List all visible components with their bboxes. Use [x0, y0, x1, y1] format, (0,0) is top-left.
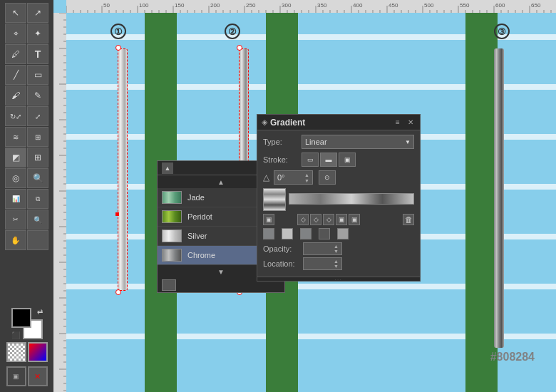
stroke-btn-1[interactable]: ▭ — [302, 153, 319, 167]
opacity-up[interactable]: ▲ — [334, 244, 339, 249]
opacity-input[interactable]: ▲ ▼ — [303, 242, 342, 255]
svg-text:50: 50 — [103, 2, 110, 9]
color-stop-1[interactable] — [263, 228, 274, 239]
gradient-type-select[interactable]: Linear ▼ — [302, 135, 414, 149]
color-swatch-area: ⇄ ⬛ ▣ ✕ — [0, 308, 53, 386]
tool-chart[interactable]: 📊 — [5, 189, 26, 209]
bar-handle-mid-1[interactable] — [115, 212, 119, 216]
stroke-label: Stroke: — [263, 155, 299, 164]
location-up[interactable]: ▲ — [334, 259, 339, 264]
tool-line[interactable]: ╱ — [5, 65, 26, 85]
bar-object-1[interactable] — [118, 48, 128, 291]
type-label: Type: — [263, 138, 299, 146]
stop-handle-1[interactable]: ▣ — [263, 214, 274, 225]
tool-pencil[interactable]: ✎ — [27, 86, 48, 105]
foreground-color-swatch[interactable] — [11, 308, 31, 328]
color-stop-3[interactable] — [300, 228, 312, 239]
dialog-resize-bar[interactable]: ··· — [257, 277, 420, 281]
tool-mesh[interactable]: ⊞ — [27, 148, 48, 167]
stop-handle-3[interactable]: ◇ — [310, 214, 321, 225]
bar-handle-top-2[interactable] — [237, 45, 242, 51]
stroke-btn-2[interactable]: ▬ — [320, 153, 337, 167]
none-swatch[interactable] — [6, 342, 26, 362]
svg-text:300: 300 — [282, 2, 292, 9]
location-input[interactable]: ▲ ▼ — [303, 257, 342, 270]
svg-text:650: 650 — [531, 2, 541, 9]
delete-stop-btn[interactable]: 🗑 — [403, 214, 414, 225]
location-row: Location: ▲ ▼ — [263, 257, 414, 270]
tool-lasso[interactable]: ⌖ — [5, 24, 26, 43]
svg-text:100: 100 — [139, 2, 149, 9]
tool-paintbrush[interactable]: 🖌 — [5, 86, 26, 105]
toolbar: ↖ ↗ ⌖ ✦ 🖊 T ╱ ▭ 🖌 ✎ ↻⤢ ⤢ ≋ ⊞ ◩ ⊞ ◎ 🔍 📊 ⧉… — [0, 0, 53, 392]
color-stop-5[interactable] — [337, 228, 349, 239]
svg-text:200: 200 — [210, 2, 220, 9]
swatch-add-btn[interactable] — [162, 279, 176, 291]
angle-down[interactable]: ▼ — [304, 178, 309, 183]
tool-gradient-fill[interactable]: ◩ — [5, 148, 26, 167]
gradient-dialog-title: Gradient — [270, 118, 390, 128]
stop-handle-5[interactable]: ▣ — [336, 214, 347, 225]
tool-eyedropper[interactable]: 🔍 — [27, 168, 48, 188]
tool-slice[interactable]: ✂ — [5, 210, 26, 229]
stop-handle-6[interactable]: ▣ — [349, 214, 360, 225]
swatch-panel-scroll-up[interactable]: ▲ — [162, 163, 173, 174]
tool-direct-select[interactable]: ↗ — [27, 3, 48, 23]
stroke-btn-3[interactable]: ▣ — [339, 153, 356, 167]
tool-rotate[interactable]: ↻⤢ — [5, 106, 26, 126]
opacity-stepper[interactable]: ▲ ▼ — [334, 244, 339, 254]
green-band-3 — [465, 13, 498, 392]
tool-hand[interactable]: ✋ — [5, 230, 26, 250]
angle-up[interactable]: ▲ — [304, 172, 309, 177]
tool-arrow-select[interactable]: ↖ — [5, 3, 26, 23]
svg-text:400: 400 — [353, 2, 363, 9]
gradient-swatch[interactable] — [28, 342, 48, 362]
stroke-buttons: ▭ ▬ ▣ — [302, 153, 356, 167]
angle-stepper[interactable]: ▲ ▼ — [304, 172, 309, 183]
tool-extra[interactable] — [27, 230, 48, 250]
swatch-silver-preview — [162, 229, 182, 242]
horizontal-ruler: /* ticks rendered below */ 5010015020025… — [66, 0, 556, 13]
bar-handle-bottom-1[interactable] — [115, 289, 121, 295]
circled-num-2: ② — [225, 24, 240, 39]
stop-handle-2[interactable]: ◇ — [297, 214, 309, 225]
tool-type[interactable]: T — [27, 44, 48, 64]
swatch-peridot-label: Peridot — [187, 212, 212, 221]
opacity-label: Opacity: — [263, 244, 300, 253]
aspect-ratio-btn[interactable]: ⊙ — [319, 170, 336, 185]
angle-input[interactable]: 0° ▲ ▼ — [274, 170, 313, 185]
bar-handle-top-1[interactable] — [115, 45, 121, 51]
svg-text:600: 600 — [495, 2, 505, 9]
tool-artboard[interactable]: ⧉ — [27, 189, 48, 209]
gradient-stop-bar[interactable] — [289, 193, 414, 205]
color-stop-2[interactable] — [282, 228, 293, 239]
tool-warp[interactable]: ≋ — [5, 127, 26, 147]
tool-magic-wand[interactable]: ✦ — [27, 24, 48, 43]
svg-text:450: 450 — [388, 2, 398, 9]
swatch-jade-label: Jade — [187, 193, 205, 202]
tool-pen[interactable]: 🖊 — [5, 44, 26, 64]
reset-colors-icon[interactable]: ⬛ — [11, 331, 20, 339]
opacity-down[interactable]: ▼ — [334, 249, 339, 254]
gradient-color-stops-row — [263, 228, 414, 239]
location-stepper[interactable]: ▲ ▼ — [334, 259, 339, 269]
svg-text:350: 350 — [317, 2, 327, 9]
tool-rectangle[interactable]: ▭ — [27, 65, 48, 85]
swatch-chrome-label: Chrome — [187, 251, 215, 259]
gradient-dialog-close[interactable]: ✕ — [406, 118, 416, 128]
stop-handle-4[interactable]: ◇ — [323, 214, 334, 225]
color-stop-4[interactable] — [319, 228, 330, 239]
tool-zoom[interactable]: 🔍 — [27, 210, 48, 229]
gradient-dialog: ◈ Gradient ≡ ✕ Type: Linear ▼ Stroke: ▭ … — [257, 114, 421, 282]
tool-scale[interactable]: ⤢ — [27, 106, 48, 126]
location-down[interactable]: ▼ — [334, 264, 339, 269]
fill-mode-btn[interactable]: ▣ — [6, 366, 26, 386]
swap-colors-icon[interactable]: ⇄ — [37, 308, 43, 316]
tool-blend[interactable]: ◎ — [5, 168, 26, 188]
bar-object-3[interactable] — [494, 48, 504, 348]
gradient-preview-box[interactable] — [263, 188, 286, 211]
angle-icon: △ — [263, 172, 269, 182]
gradient-dialog-minimize[interactable]: ≡ — [393, 118, 403, 128]
tool-shape-builder[interactable]: ⊞ — [27, 127, 48, 147]
stroke-mode-btn[interactable]: ✕ — [28, 366, 48, 386]
